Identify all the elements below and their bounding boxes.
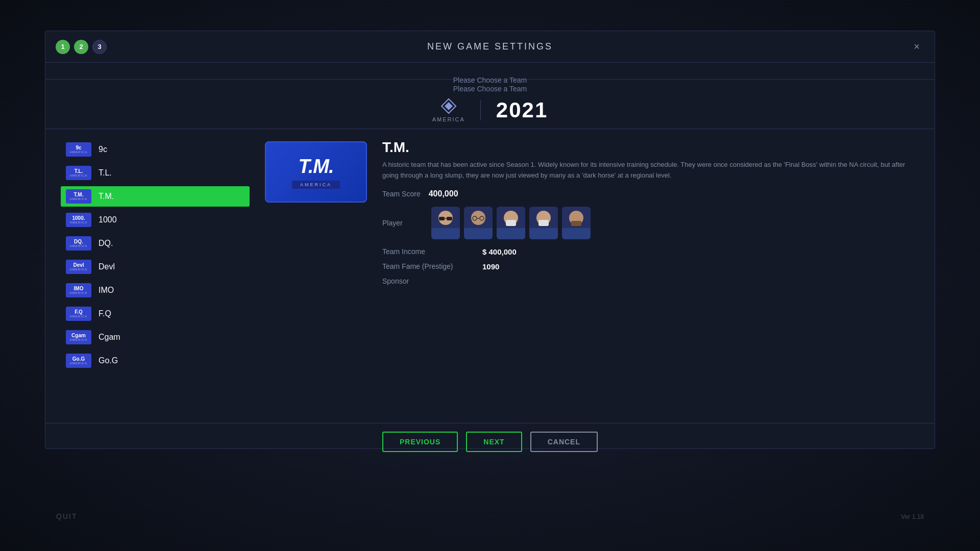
quit-button[interactable]: QUIT [56,512,77,520]
team-name: T.M. [382,139,919,156]
team-badge: T.L.AMERICA [66,166,91,180]
team-name-label: 9c [99,145,107,154]
modal-title: NEW GAME SETTINGS [427,41,553,52]
team-badge: F.QAMERICA [66,307,91,321]
team-name-label: T.L. [99,168,112,178]
fame-row: Team Fame (Prestige) 1090 [382,262,919,271]
team-list-item[interactable]: T.L.AMERICAT.L. [61,163,250,183]
team-badge: Go.GAMERICA [66,354,91,368]
next-button[interactable]: NEXT [466,432,522,452]
income-row: Team Income $ 400,000 [382,247,919,256]
team-list-item[interactable]: 1000.AMERICA1000 [61,210,250,230]
region-header: Please Choose a Team [45,63,935,80]
team-list-item[interactable]: F.QAMERICAF.Q [61,304,250,324]
sponsor-label: Sponsor [382,277,474,285]
team-description: A historic team that has been active sin… [382,160,919,181]
team-list-item[interactable]: DevlAMERICADevl [61,257,250,277]
region-name: AMERICA [432,116,465,122]
team-logo-text: T.M. [298,156,333,178]
team-name-label: Cgam [99,333,120,342]
player-avatar-3 [497,207,525,239]
step-1: 1 [56,40,70,54]
income-value: $ 400,000 [482,247,517,256]
team-name-label: DQ. [99,239,113,248]
svg-rect-2 [439,217,445,220]
team-list-item[interactable]: 9cAMERICA9c [61,139,250,160]
svg-point-6 [480,216,484,220]
year-text: 2021 [496,98,548,122]
player-avatar-2 [464,207,493,239]
step-2: 2 [74,40,88,54]
subtitle: Please Choose a Team [453,73,527,85]
svg-point-5 [473,216,477,220]
step-3: 3 [92,40,107,54]
team-badge: CgamAMERICA [66,330,91,344]
team-info: T.M. A historic team that has been activ… [377,139,919,413]
team-name-label: T.M. [99,192,114,201]
fame-label: Team Fame (Prestige) [382,262,474,270]
team-list-item[interactable]: T.M.AMERICAT.M. [61,186,250,207]
modal-container: 1 2 3 NEW GAME SETTINGS × Please Choose … [45,31,935,449]
team-logo-region: AMERICA [292,181,340,189]
cancel-button[interactable]: CANCEL [530,432,598,452]
player-label: Player [382,219,423,227]
team-badge: DQ.AMERICA [66,236,91,251]
player-avatar-4 [529,207,558,239]
team-badge: T.M.AMERICA [66,189,91,204]
svg-marker-1 [445,102,453,110]
player-sunglasses-icon [439,216,452,221]
svg-rect-3 [447,217,452,220]
modal-header: 1 2 3 NEW GAME SETTINGS × [45,31,935,63]
team-score-label: Team Score [382,190,421,198]
previous-button[interactable]: PREVIOUS [382,432,458,452]
sponsor-row: Sponsor [382,277,919,285]
income-label: Team Income [382,247,474,256]
players-row: Player [382,207,919,239]
team-name-label: F.Q [99,309,111,318]
team-badge: DevlAMERICA [66,260,91,274]
step-indicators: 1 2 3 [56,40,107,54]
team-name-label: 1000 [99,215,117,224]
team-list-item[interactable]: Go.GAMERICAGo.G [61,350,250,371]
team-logo: T.M. AMERICA [265,141,367,203]
team-list-item[interactable]: CgamAMERICACgam [61,327,250,347]
detail-panel: T.M. AMERICA T.M. A historic team that h… [265,139,919,413]
team-badge: 9cAMERICA [66,142,91,157]
player-avatar-5 [562,207,591,239]
team-list-item[interactable]: IMOAMERICAIMO [61,280,250,300]
player-avatar-1 [431,207,460,239]
stats-rows: Team Income $ 400,000 Team Fame (Prestig… [382,247,919,285]
main-content: 9cAMERICA9cT.L.AMERICAT.L.T.M.AMERICAT.M… [45,129,935,423]
team-list: 9cAMERICA9cT.L.AMERICAT.L.T.M.AMERICAT.M… [61,139,250,413]
player-avatars [431,207,591,239]
team-badge: 1000.AMERICA [66,213,91,227]
team-name-label: IMO [99,286,114,295]
fame-value: 1090 [482,262,499,271]
modal-footer: PREVIOUS NEXT CANCEL [45,423,935,460]
team-score-value: 400,000 [429,189,458,198]
region-divider [480,100,481,120]
team-name-label: Go.G [99,356,118,365]
team-name-label: Devl [99,262,115,271]
team-list-item[interactable]: DQ.AMERICADQ. [61,233,250,254]
version-label: Ver 1.18 [901,513,924,520]
region-logo: AMERICA [432,98,465,122]
team-badge: IMOAMERICA [66,283,91,297]
team-score-row: Team Score 400,000 [382,189,919,198]
close-button[interactable]: × [909,39,924,55]
diamond-icon [440,98,457,114]
player-glasses-icon [472,216,485,221]
